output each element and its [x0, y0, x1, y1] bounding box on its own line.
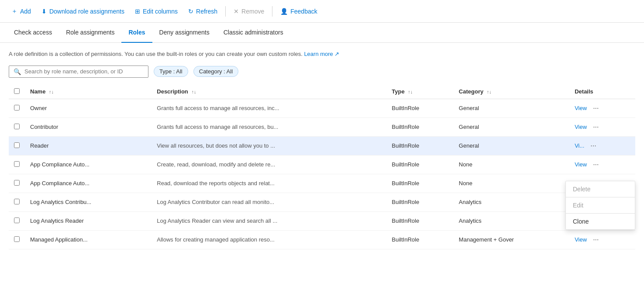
- row-checkbox[interactable]: [14, 218, 20, 223]
- tab-classic-administrators[interactable]: Classic administrators: [217, 23, 290, 43]
- separator-1: [225, 6, 226, 17]
- search-input[interactable]: [24, 68, 144, 75]
- more-options-button[interactable]: ···: [588, 141, 599, 151]
- row-checkbox-cell: [9, 136, 25, 155]
- table-row: ReaderView all resources, but does not a…: [9, 136, 635, 155]
- refresh-icon: ↻: [188, 8, 193, 15]
- feedback-icon: 👤: [280, 8, 288, 15]
- col-category[interactable]: Category ↑↓: [454, 85, 569, 99]
- table-row: App Compliance Auto...Create, read, down…: [9, 155, 635, 174]
- tab-roles[interactable]: Roles: [121, 23, 152, 43]
- context-menu-clone[interactable]: Clone: [566, 214, 635, 229]
- description-sort-icon: ↑↓: [191, 89, 196, 94]
- row-description: Create, read, download, modify and delet…: [152, 155, 386, 174]
- table-row: Log Analytics Contribu...Log Analytics C…: [9, 193, 635, 211]
- view-link[interactable]: View: [575, 124, 587, 130]
- more-options-button[interactable]: ···: [590, 160, 601, 169]
- row-details-cell: Vi...···: [569, 136, 635, 155]
- row-name: App Compliance Auto...: [25, 155, 152, 174]
- row-category: General: [454, 117, 569, 136]
- row-name: Owner: [25, 99, 152, 117]
- row-category: Management + Gover: [454, 230, 569, 249]
- tab-deny-assignments[interactable]: Deny assignments: [152, 23, 217, 43]
- tab-role-assignments[interactable]: Role assignments: [59, 23, 121, 43]
- row-category: None: [454, 174, 569, 193]
- col-description[interactable]: Description ↑↓: [152, 85, 386, 99]
- row-type: BuiltInRole: [386, 211, 454, 230]
- row-category: None: [454, 155, 569, 174]
- col-name[interactable]: Name ↑↓: [25, 85, 152, 99]
- add-button[interactable]: ＋ Add: [7, 5, 35, 18]
- row-description: Grants full access to manage all resourc…: [152, 117, 386, 136]
- row-details-cell: View···: [569, 117, 635, 136]
- more-options-button[interactable]: ···: [590, 235, 601, 245]
- remove-icon: ✕: [234, 8, 239, 15]
- download-icon: ⬇: [41, 8, 47, 15]
- row-type: BuiltInRole: [386, 174, 454, 193]
- row-type: BuiltInRole: [386, 99, 454, 117]
- download-button[interactable]: ⬇ Download role assignments: [37, 5, 129, 17]
- select-all-checkbox[interactable]: [14, 88, 20, 94]
- external-link-icon: ↗: [334, 51, 339, 57]
- view-link[interactable]: View: [575, 236, 587, 243]
- row-name: Log Analytics Reader: [25, 211, 152, 230]
- table-row: ContributorGrants full access to manage …: [9, 117, 635, 136]
- view-link[interactable]: View: [575, 105, 587, 111]
- row-details-cell: View···: [569, 230, 635, 249]
- row-name: Managed Application...: [25, 230, 152, 249]
- view-link[interactable]: Vi...: [575, 142, 584, 149]
- context-menu-delete[interactable]: Delete: [566, 181, 635, 197]
- tabs-container: Check access Role assignments Roles Deny…: [0, 23, 644, 43]
- separator-2: [272, 6, 272, 17]
- row-checkbox-cell: [9, 211, 25, 230]
- content-area: A role definition is a collection of per…: [0, 43, 644, 256]
- row-checkbox[interactable]: [14, 180, 20, 186]
- row-description: Read, download the reports objects and r…: [152, 174, 386, 193]
- description-text: A role definition is a collection of per…: [9, 50, 635, 59]
- row-checkbox[interactable]: [14, 199, 20, 204]
- add-icon: ＋: [11, 7, 17, 15]
- row-checkbox[interactable]: [14, 236, 20, 242]
- row-checkbox-cell: [9, 117, 25, 136]
- tab-check-access[interactable]: Check access: [7, 23, 59, 43]
- row-details-cell: View···: [569, 155, 635, 174]
- roles-table: Name ↑↓ Description ↑↓ Type ↑↓ Category …: [9, 85, 635, 249]
- context-menu-edit[interactable]: Edit: [566, 197, 635, 213]
- remove-button[interactable]: ✕ Remove: [229, 5, 269, 17]
- refresh-button[interactable]: ↻ Refresh: [184, 5, 222, 17]
- row-checkbox[interactable]: [14, 105, 20, 111]
- row-checkbox[interactable]: [14, 161, 20, 167]
- more-options-button[interactable]: ···: [590, 104, 601, 113]
- row-name: Reader: [25, 136, 152, 155]
- row-checkbox-cell: [9, 174, 25, 193]
- row-checkbox[interactable]: [14, 124, 20, 129]
- row-type: BuiltInRole: [386, 230, 454, 249]
- category-filter-pill[interactable]: Category : All: [193, 66, 238, 77]
- search-icon: 🔍: [14, 68, 21, 75]
- type-sort-icon: ↑↓: [408, 89, 413, 94]
- row-category: General: [454, 99, 569, 117]
- type-filter-pill[interactable]: Type : All: [154, 66, 188, 77]
- learn-more-link[interactable]: Learn more ↗: [304, 51, 339, 57]
- edit-columns-button[interactable]: ⊞ Edit columns: [131, 5, 182, 17]
- feedback-button[interactable]: 👤 Feedback: [276, 5, 321, 17]
- name-sort-icon: ↑↓: [49, 89, 54, 94]
- row-name: Contributor: [25, 117, 152, 136]
- table-row: App Compliance Auto...Read, download the…: [9, 174, 635, 193]
- select-all-cell: [9, 85, 25, 99]
- row-type: BuiltInRole: [386, 155, 454, 174]
- row-description: View all resources, but does not allow y…: [152, 136, 386, 155]
- context-menu: Delete Edit Clone: [565, 181, 635, 230]
- col-type[interactable]: Type ↑↓: [386, 85, 454, 99]
- view-link[interactable]: View: [575, 161, 587, 168]
- row-type: BuiltInRole: [386, 136, 454, 155]
- filters-row: 🔍 Type : All Category : All: [9, 66, 635, 78]
- row-type: BuiltInRole: [386, 193, 454, 211]
- row-category: General: [454, 136, 569, 155]
- row-checkbox[interactable]: [14, 142, 20, 148]
- search-box[interactable]: 🔍: [9, 66, 148, 78]
- col-details: Details: [569, 85, 635, 99]
- more-options-button[interactable]: ···: [590, 122, 601, 132]
- row-description: Log Analytics Reader can view and search…: [152, 211, 386, 230]
- row-category: Analytics: [454, 211, 569, 230]
